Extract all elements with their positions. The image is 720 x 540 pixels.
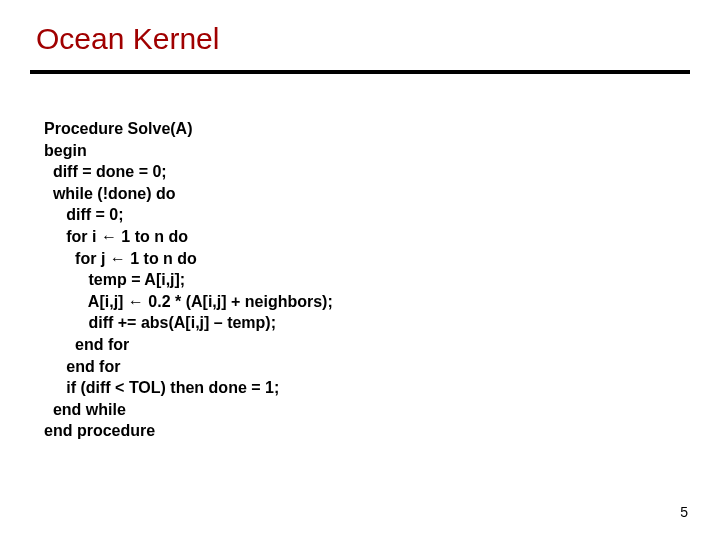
- code-line-9a: A[i,j]: [44, 293, 128, 310]
- code-line-12: end for: [44, 358, 120, 375]
- code-block: Procedure Solve(A) begin diff = done = 0…: [44, 118, 333, 442]
- slide: Ocean Kernel Procedure Solve(A) begin di…: [0, 0, 720, 540]
- code-line-15: end procedure: [44, 422, 155, 439]
- code-line-6b: 1 to n do: [117, 228, 188, 245]
- code-line-7a: for j: [44, 250, 110, 267]
- code-line-6a: for i: [44, 228, 101, 245]
- code-line-5: diff = 0;: [44, 206, 124, 223]
- code-line-1: Procedure Solve(A): [44, 120, 192, 137]
- left-arrow-icon: ←: [128, 293, 144, 310]
- code-line-8: temp = A[i,j];: [44, 271, 185, 288]
- code-line-13: if (diff < TOL) then done = 1;: [44, 379, 279, 396]
- code-line-11: end for: [44, 336, 129, 353]
- code-line-7b: 1 to n do: [126, 250, 197, 267]
- code-line-9b: 0.2 * (A[i,j] + neighbors);: [144, 293, 333, 310]
- code-line-3: diff = done = 0;: [44, 163, 167, 180]
- code-line-10: diff += abs(A[i,j] – temp);: [44, 314, 276, 331]
- page-number: 5: [680, 504, 688, 520]
- code-line-4: while (!done) do: [44, 185, 176, 202]
- title-underline: [30, 70, 690, 74]
- left-arrow-icon: ←: [101, 228, 117, 245]
- code-line-14: end while: [44, 401, 126, 418]
- slide-title: Ocean Kernel: [36, 22, 219, 56]
- left-arrow-icon: ←: [110, 250, 126, 267]
- code-line-2: begin: [44, 142, 87, 159]
